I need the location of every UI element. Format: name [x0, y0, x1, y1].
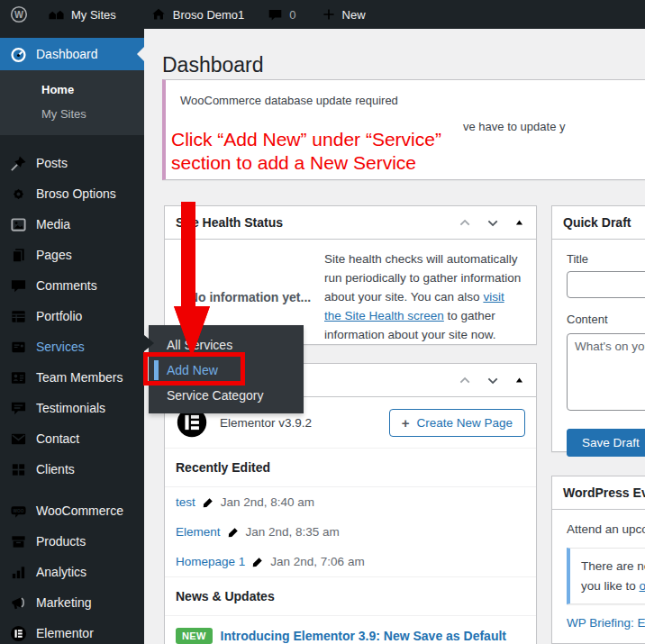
draft-content-textarea[interactable] [567, 333, 645, 411]
quick-draft-widget: Quick Draft Title Content Save Draft [551, 205, 645, 452]
my-sites-menu-item[interactable]: My Sites [38, 0, 126, 29]
dashboard-gauge-icon [9, 46, 27, 63]
sidebar-item-media[interactable]: Media [0, 209, 144, 240]
new-menu-item[interactable]: New [312, 0, 376, 29]
sidebar-item-broso-options[interactable]: Broso Options [0, 178, 144, 209]
sidebar-item-label: Portfolio [36, 309, 82, 323]
bubble-icon [9, 277, 27, 295]
sidebar-item-woocommerce[interactable]: WooCommerce [0, 495, 144, 526]
sidebar-item-contact[interactable]: Contact [0, 423, 144, 454]
menu-separator [0, 485, 144, 495]
sidebar-item-label: Posts [36, 156, 68, 170]
move-down-icon[interactable] [486, 215, 501, 231]
sidebar-item-label: Dashboard [36, 47, 98, 61]
notice-title: WooCommerce database update required [166, 80, 645, 107]
recently-edited-row: ElementJan 2nd, 8:35 am [165, 517, 536, 547]
events-widget-title: WordPress Eve [563, 485, 645, 500]
wordpress-logo-icon [10, 5, 28, 23]
wp-briefing-link[interactable]: WP Briefing: Epi [567, 616, 645, 630]
sidebar-item-portfolio[interactable]: Portfolio [0, 301, 144, 331]
pin-icon [9, 155, 27, 172]
wordpress-events-widget: WordPress Eve Attend an upcom There are … [551, 476, 645, 644]
megaphone-icon [9, 594, 27, 612]
notice-text-fragment: ve have to update y [463, 120, 565, 133]
sidebar-item-pages[interactable]: Pages [0, 240, 144, 270]
sidebar-item-services[interactable]: Services [0, 331, 144, 362]
move-down-icon[interactable] [486, 373, 501, 388]
collapse-toggle-icon[interactable] [513, 217, 525, 229]
info-box-line2: you like to orga [581, 576, 645, 596]
sidebar-item-team-members[interactable]: Team Members [0, 362, 144, 393]
sidebar-item-label: Pages [36, 248, 72, 262]
site-menu-item[interactable]: Broso Demo1 [141, 0, 254, 29]
save-draft-button[interactable]: Save Draft [567, 429, 645, 457]
testimonial-icon [9, 400, 27, 417]
admin-sidebar: Dashboard Home My Sites PostsBroso Optio… [0, 29, 144, 644]
sidebar-item-clients[interactable]: Clients [0, 454, 144, 485]
sidebar-item-comments[interactable]: Comments [0, 270, 144, 301]
submenu-item-my-sites[interactable]: My Sites [0, 102, 144, 126]
sidebar-item-label: Analytics [36, 565, 86, 579]
sidebar-item-analytics[interactable]: Analytics [0, 557, 144, 587]
annotation-highlight-box [143, 352, 245, 385]
wordpress-menu-item[interactable] [0, 0, 38, 29]
elementor-version-label: Elementor v3.9.2 [220, 416, 312, 430]
draft-title-input[interactable] [567, 271, 645, 298]
create-new-page-button[interactable]: + Create New Page [389, 409, 525, 437]
media-icon [9, 216, 27, 233]
comments-menu-item[interactable]: 0 [258, 0, 305, 29]
move-up-icon[interactable] [458, 215, 473, 231]
idcard-icon [9, 369, 27, 386]
annotation-arrow-down-icon [171, 202, 234, 358]
box-icon [9, 533, 27, 550]
bars-icon [9, 564, 27, 581]
content-field-label: Content [567, 313, 645, 326]
new-badge: NEW [176, 628, 213, 644]
plus-icon: + [402, 416, 410, 430]
pencil-icon [251, 556, 264, 568]
submenu-item-home[interactable]: Home [0, 77, 144, 102]
sidebar-item-label: Marketing [36, 595, 91, 610]
move-up-icon[interactable] [458, 373, 473, 388]
organize-event-link[interactable]: orga [640, 579, 645, 593]
gear-icon [9, 186, 27, 203]
collapse-toggle-icon[interactable] [513, 375, 525, 386]
sidebar-item-label: WooCommerce [36, 503, 123, 518]
recently-edited-row: testJan 2nd, 8:40 am [165, 487, 536, 517]
site-health-description: Site health checks will automatically ru… [324, 250, 525, 345]
recent-page-link[interactable]: test [176, 495, 195, 509]
sidebar-item-posts[interactable]: Posts [0, 148, 144, 178]
sidebar-item-label: Broso Options [36, 186, 116, 201]
sidebar-item-label: Testimonials [36, 401, 105, 415]
recently-edited-heading: Recently Edited [165, 449, 536, 487]
woo-icon [9, 503, 27, 520]
elementor-news-link[interactable]: Introducing Elementor 3.9: New Save as D… [221, 629, 506, 643]
house-icon [150, 6, 167, 23]
annotation-line1: Click “Add New” under “Service” [171, 128, 441, 151]
flyout-notch [144, 335, 154, 351]
comments-count: 0 [289, 8, 295, 22]
sidebar-item-elementor[interactable]: Elementor [0, 618, 144, 644]
admin-bar: My Sites Broso Demo1 0 New [0, 0, 645, 29]
portfolio-icon [9, 308, 27, 325]
my-sites-label: My Sites [71, 8, 116, 22]
annotation-text: Click “Add New” under “Service” section … [171, 128, 441, 175]
quick-draft-title: Quick Draft [563, 215, 631, 230]
recent-edit-date: Jan 2nd, 8:40 am [221, 495, 314, 509]
sidebar-item-testimonials[interactable]: Testimonials [0, 393, 144, 423]
recent-page-link[interactable]: Element [176, 525, 221, 539]
recently-edited-list: testJan 2nd, 8:40 amElementJan 2nd, 8:35… [165, 487, 536, 576]
new-label: New [342, 8, 366, 22]
sidebar-item-label: Team Members [36, 370, 123, 385]
recent-edit-date: Jan 2nd, 7:06 am [270, 555, 364, 568]
comment-bubble-icon [268, 7, 283, 23]
sidebar-item-label: Comments [36, 278, 97, 293]
sidebar-item-dashboard[interactable]: Dashboard [0, 38, 144, 70]
recent-page-link[interactable]: Homepage 1 [176, 555, 245, 568]
quick-draft-header: Quick Draft [552, 206, 645, 240]
sidebar-item-marketing[interactable]: Marketing [0, 587, 144, 618]
sidebar-item-products[interactable]: Products [0, 526, 144, 557]
pencil-icon [202, 496, 214, 509]
flyout-item-service-category[interactable]: Service Category [149, 383, 304, 408]
services-icon [9, 339, 27, 356]
